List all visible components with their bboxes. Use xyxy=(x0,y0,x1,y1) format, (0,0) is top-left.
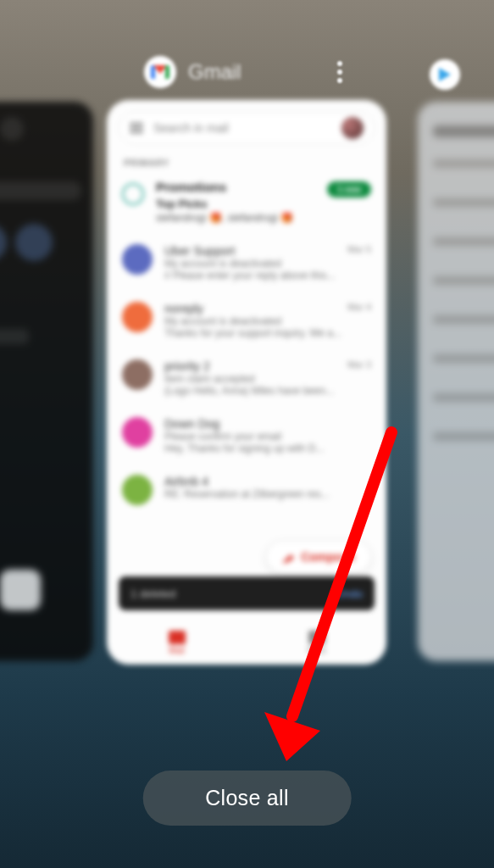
sender-name: Down Dog xyxy=(164,417,219,431)
recent-app-card-right[interactable] xyxy=(418,102,494,661)
snackbar-undo[interactable]: Undo xyxy=(336,587,363,600)
recent-app-card-left[interactable] xyxy=(0,102,93,661)
promotions-icon xyxy=(122,183,144,205)
app-icon xyxy=(0,570,41,610)
sender-avatar xyxy=(122,359,153,390)
sender-avatar xyxy=(122,244,153,275)
promo-detail: stefandrogi 🎁, stefandrogi 🎁 xyxy=(156,212,315,224)
email-subject: Item claim accepted xyxy=(164,373,371,385)
promo-subtitle: Top Picks xyxy=(156,198,315,210)
email-date: Mar 4 xyxy=(347,302,371,315)
sender-avatar xyxy=(122,302,153,332)
email-preview: Thanks for your support inquiry. We a... xyxy=(164,327,371,339)
close-all-label: Close all xyxy=(205,786,289,810)
email-date: Mar 3 xyxy=(347,359,371,373)
nav-meet[interactable]: Meet xyxy=(247,620,386,665)
email-date: Mar 5 xyxy=(347,244,371,258)
email-row[interactable]: noreplyMar 4 My account is deactivated T… xyxy=(119,292,375,349)
section-label: PRIMARY xyxy=(119,144,375,175)
sender-avatar xyxy=(122,475,153,505)
svg-marker-1 xyxy=(264,712,320,761)
promo-badge: 1 new xyxy=(327,181,371,198)
email-subject: My account is deactivated xyxy=(164,258,371,270)
email-preview: (Logo Hello, Anna) Miles have been... xyxy=(164,385,371,397)
close-all-button[interactable]: Close all xyxy=(142,771,352,826)
email-preview: Hey, Thanks for signing up with D... xyxy=(164,442,371,454)
promotions-row[interactable]: Promotions Top Picks stefandrogi 🎁, stef… xyxy=(119,175,375,234)
email-row[interactable]: priority 2Mar 3 Item claim accepted (Log… xyxy=(119,349,375,407)
recent-app-card-gmail[interactable]: Search in mail PRIMARY Promotions Top Pi… xyxy=(107,100,386,665)
search-placeholder: Search in mail xyxy=(153,121,331,135)
email-subject: RE: Reservation at Zilbergreen res... xyxy=(164,488,371,500)
kebab-menu-icon[interactable] xyxy=(330,61,349,83)
email-subject: My account is deactivated xyxy=(164,315,371,327)
promo-title: Promotions xyxy=(156,180,315,194)
compose-button[interactable]: Compose xyxy=(266,541,371,573)
compose-label: Compose xyxy=(301,550,355,564)
sender-name: priority 2 xyxy=(164,359,210,373)
meet-icon xyxy=(308,631,325,644)
email-row[interactable]: Down Dog Please confirm your email Hey, … xyxy=(119,407,375,465)
sender-name: noreply xyxy=(164,302,203,315)
mail-icon xyxy=(169,631,186,644)
search-bar[interactable]: Search in mail xyxy=(119,112,375,144)
app-header: Gmail xyxy=(144,56,241,88)
nav-mail[interactable]: Mail xyxy=(107,620,247,665)
app-title: Gmail xyxy=(188,60,241,84)
snackbar-text: 1 deleted xyxy=(130,587,176,600)
sender-avatar xyxy=(122,417,153,448)
snackbar: 1 deleted Undo xyxy=(119,576,375,610)
email-row[interactable]: Uber SupportMar 5 My account is deactiva… xyxy=(119,234,375,292)
hamburger-icon[interactable] xyxy=(130,123,143,133)
sender-name: Uber Support xyxy=(164,244,235,258)
avatar[interactable] xyxy=(341,117,364,139)
email-row[interactable]: Airbnb 4 RE: Reservation at Zilbergreen … xyxy=(119,465,375,515)
play-store-icon xyxy=(430,59,460,90)
gmail-icon xyxy=(144,56,176,88)
bottom-nav: Mail Meet xyxy=(107,620,386,665)
email-preview: # Please enter your reply above this... xyxy=(164,270,371,281)
pencil-icon xyxy=(282,551,294,563)
sender-name: Airbnb 4 xyxy=(164,475,208,488)
email-subject: Please confirm your email xyxy=(164,431,371,442)
